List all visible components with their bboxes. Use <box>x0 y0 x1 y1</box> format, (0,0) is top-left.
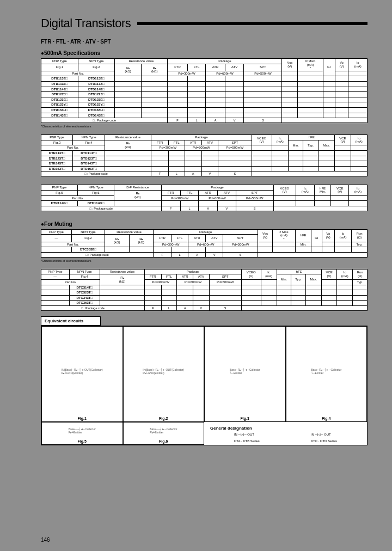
equivalent-circuits: Equivalent circuits IN(Base)─R₁─┤◄ OUT(C… <box>41 316 367 445</box>
title-row: Digital Transistors <box>41 16 367 30</box>
series-label: DTA · DTB Series <box>234 439 260 443</box>
schematic-fig5: Base──┤◄─CollectorR₂┴Emitter <box>69 423 96 438</box>
schematic-fig6: Base──┤►─CollectorR₂┴Emitter <box>150 423 177 438</box>
spec-table-3: PNP TypeNPN Type B-F Resistance Package … <box>41 185 367 211</box>
spec-table-1: PNP TypeNPN Type Resistance value Packag… <box>41 58 367 123</box>
section-500ma: 500mA Specifications <box>41 50 367 56</box>
schematic-fig2: IN(Base)─R₁─┤► OUT(Collector)R₂┴GND(Emit… <box>143 327 184 415</box>
general-designation: General designation <box>209 424 363 432</box>
schematic-fig3: Base─R₁─┤◄─Collector└─Emitter <box>230 327 260 415</box>
schematic-fig1: IN(Base)─R₁─┤◄ OUT(Collector)R₂┴GND(Emit… <box>62 327 103 415</box>
footnote: *Characteristics of element transistors <box>41 259 367 262</box>
page-title: Digital Transistors <box>41 16 131 30</box>
series-label: DTC · DTD Series <box>311 439 337 443</box>
spec-table-5: PNP TypeNPN Type Resistance value Packag… <box>41 269 367 311</box>
section-muting: For Muting <box>41 221 367 227</box>
subtitle: FTR · FTL · ATR · ATV · SPT <box>41 39 367 45</box>
page-number: 146 <box>41 537 50 543</box>
footnote: *Characteristics of element transistors <box>41 125 367 128</box>
title-bar <box>137 22 367 25</box>
spec-table-2: PNP TypeNPN Type Resistance value Packag… <box>41 134 367 176</box>
spec-table-4: PNP TypeNPN Type Resistance value Packag… <box>41 229 367 258</box>
schematic-fig4: Base─R₁─┤►─Collector└─Emitter <box>311 327 341 415</box>
